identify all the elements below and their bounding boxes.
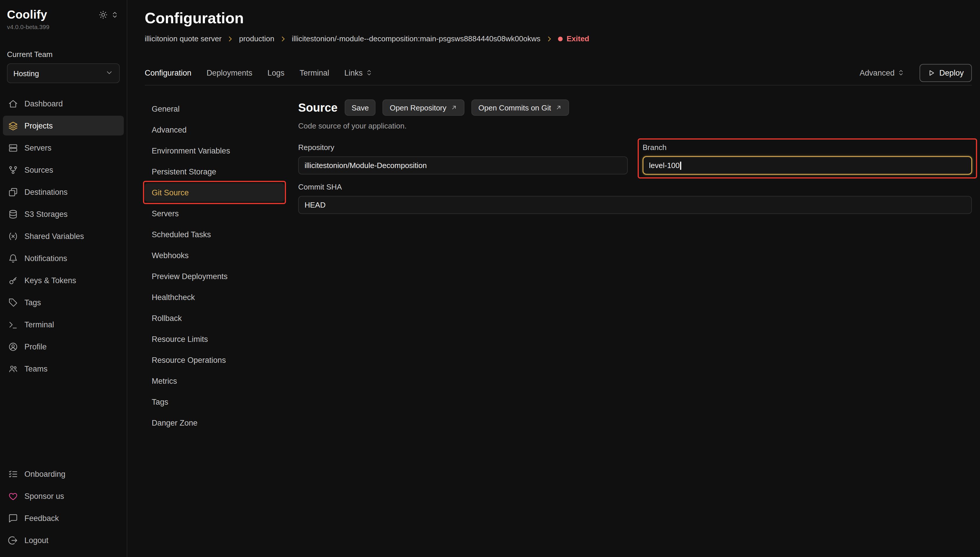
subnav-label: Resource Operations [152,355,226,364]
chevron-right-icon [280,35,286,42]
open-repository-label: Open Repository [390,103,446,112]
subnav-item-git-source[interactable]: Git Source [145,183,284,202]
deploy-label: Deploy [939,68,964,77]
sidebar-item-dashboard[interactable]: Dashboard [3,94,124,113]
subnav-label: Environment Variables [152,146,230,155]
subnav-item-healthcheck[interactable]: Healthcheck [145,288,284,306]
configuration-subnav: General Advanced Environment Variables P… [145,99,298,557]
sidebar-item-servers[interactable]: Servers [3,138,124,158]
subnav-item-servers[interactable]: Servers [145,204,284,223]
source-form: Repository Branch level-100 Commit SHA [298,143,972,214]
subnav-item-scheduled-tasks[interactable]: Scheduled Tasks [145,225,284,244]
open-commits-button[interactable]: Open Commits on Git [471,99,569,116]
sidebar-item-label: Onboarding [24,469,65,478]
sidebar-item-s3-storages[interactable]: S3 Storages [3,204,124,224]
git-source-panel: Source Save Open Repository Open Commits… [298,99,972,557]
team-select[interactable]: Hosting [7,64,120,83]
subnav-label: Webhooks [152,251,189,260]
main-content: Configuration illicitonion quote server … [127,0,980,557]
subnav-label: Git Source [152,188,189,197]
status-dot-icon [558,36,562,41]
sidebar-item-feedback[interactable]: Feedback [3,508,124,528]
play-icon [928,69,935,77]
save-button[interactable]: Save [345,99,376,116]
subnav-item-resource-limits[interactable]: Resource Limits [145,330,284,348]
subnav-item-danger-zone[interactable]: Danger Zone [145,414,284,432]
sidebar-item-profile[interactable]: Profile [3,337,124,357]
deploy-button[interactable]: Deploy [920,64,972,82]
sidebar-item-label: Profile [24,342,47,351]
advanced-menu[interactable]: Advanced [860,68,904,77]
branch-input[interactable]: level-100 [643,156,972,174]
sidebar-item-teams[interactable]: Teams [3,359,124,378]
subnav-item-preview-deployments[interactable]: Preview Deployments [145,267,284,285]
database-icon [8,209,18,219]
chevron-right-icon [546,35,553,42]
boxes-icon [8,187,18,197]
tab-bar: Configuration Deployments Logs Terminal … [145,60,972,85]
page-title: Configuration [145,9,972,27]
tab-configuration[interactable]: Configuration [145,68,192,77]
sidebar-item-label: Keys & Tokens [24,276,76,285]
subnav-item-resource-operations[interactable]: Resource Operations [145,350,284,369]
subnav-label: Resource Limits [152,335,208,343]
bell-icon [8,253,18,263]
breadcrumb: illicitonion quote server production ill… [145,34,972,43]
subnav-label: Rollback [152,314,182,322]
repository-input[interactable] [298,156,627,174]
sidebar-item-sponsor-us[interactable]: Sponsor us [3,486,124,506]
chevron-down-icon [105,68,113,78]
sidebar-item-projects[interactable]: Projects [3,116,124,135]
layers-icon [8,121,18,130]
subnav-label: Tags [152,397,168,406]
commit-sha-field: Commit SHA [298,182,972,214]
tab-terminal[interactable]: Terminal [300,68,329,77]
sidebar: Coolify v4.0.0-beta.399 Current Team Hos… [0,0,127,557]
team-select-value: Hosting [13,69,39,78]
chevron-up-down-icon[interactable] [111,11,119,19]
user-circle-icon [8,342,18,352]
subnav-item-metrics[interactable]: Metrics [145,371,284,390]
sidebar-item-shared-variables[interactable]: Shared Variables [3,226,124,246]
tab-links[interactable]: Links [345,68,372,77]
sidebar-item-notifications[interactable]: Notifications [3,248,124,268]
subnav-label: Advanced [152,125,187,134]
sidebar-item-keys-tokens[interactable]: Keys & Tokens [3,270,124,290]
open-repository-button[interactable]: Open Repository [383,99,465,116]
breadcrumb-application[interactable]: illicitestonion/-module--decomposition:m… [292,34,541,43]
tab-logs[interactable]: Logs [267,68,284,77]
subnav-item-general[interactable]: General [145,99,284,118]
subnav-item-rollback[interactable]: Rollback [145,309,284,327]
advanced-label: Advanced [860,68,895,77]
external-link-icon [555,104,562,111]
repository-label: Repository [298,143,627,152]
subnav-label: Servers [152,209,179,218]
repository-field: Repository [298,143,627,174]
tag-icon [8,297,18,307]
breadcrumb-project[interactable]: illicitonion quote server [145,34,221,43]
sidebar-item-tags[interactable]: Tags [3,292,124,312]
chevron-up-down-icon [366,69,372,76]
tab-deployments[interactable]: Deployments [206,68,253,77]
branch-label: Branch [643,143,972,152]
sidebar-item-terminal[interactable]: Terminal [3,314,124,334]
status-label: Exited [566,34,589,43]
chevron-right-icon [227,35,234,42]
breadcrumb-environment[interactable]: production [239,34,274,43]
subnav-item-advanced[interactable]: Advanced [145,121,284,139]
sidebar-item-label: Logout [24,536,49,544]
sidebar-item-logout[interactable]: Logout [3,530,124,550]
sidebar-item-label: Sponsor us [24,492,64,500]
subnav-item-tags[interactable]: Tags [145,393,284,411]
sidebar-item-sources[interactable]: Sources [3,160,124,180]
commit-sha-input[interactable] [298,196,972,214]
subnav-label: Persistent Storage [152,167,216,176]
subnav-item-environment-variables[interactable]: Environment Variables [145,141,284,160]
sidebar-item-label: Teams [24,364,48,373]
subnav-item-webhooks[interactable]: Webhooks [145,246,284,265]
sidebar-item-destinations[interactable]: Destinations [3,182,124,202]
theme-sun-icon[interactable] [99,10,107,19]
subnav-item-persistent-storage[interactable]: Persistent Storage [145,162,284,181]
sidebar-item-onboarding[interactable]: Onboarding [3,464,124,484]
sidebar-item-label: Notifications [24,254,67,262]
